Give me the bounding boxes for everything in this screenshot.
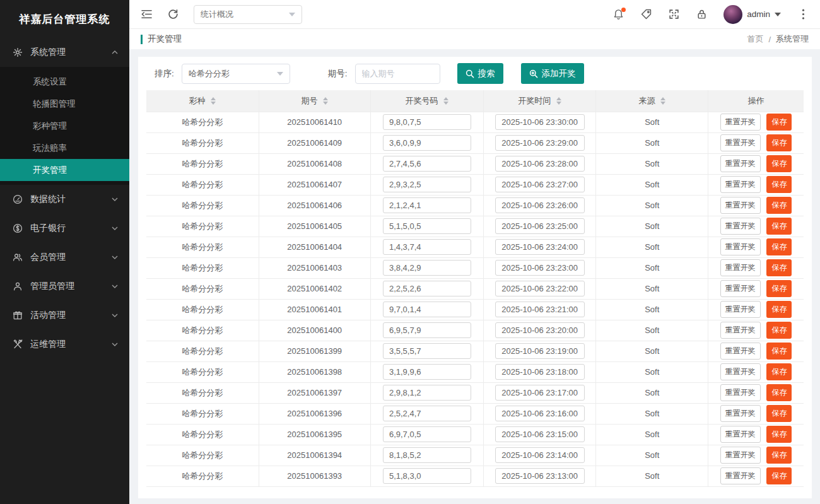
reset-draw-button[interactable]: 重置开奖 xyxy=(720,238,761,255)
period-input[interactable] xyxy=(355,64,440,84)
sort-select[interactable]: 哈希分分彩 xyxy=(182,64,290,84)
bell-icon[interactable] xyxy=(612,9,624,20)
draw-numbers-input[interactable] xyxy=(383,385,471,401)
draw-time-input[interactable] xyxy=(495,426,585,442)
draw-numbers-input[interactable] xyxy=(383,177,471,192)
sidebar-item-draw-management[interactable]: 开奖管理 xyxy=(0,159,129,181)
reset-draw-button[interactable]: 重置开奖 xyxy=(720,447,761,464)
draw-numbers-input[interactable] xyxy=(383,406,471,421)
breadcrumb-home[interactable]: 首页 xyxy=(747,33,763,45)
sidebar-group-activities[interactable]: 活动管理 xyxy=(0,301,129,330)
draw-numbers-input[interactable] xyxy=(383,260,471,276)
reset-draw-button[interactable]: 重置开奖 xyxy=(720,343,761,360)
draw-numbers-input[interactable] xyxy=(383,447,471,463)
draw-time-input[interactable] xyxy=(495,364,585,380)
save-button[interactable]: 保存 xyxy=(766,322,792,339)
reset-draw-button[interactable]: 重置开奖 xyxy=(720,426,761,443)
draw-time-input[interactable] xyxy=(495,406,585,421)
reset-draw-button[interactable]: 重置开奖 xyxy=(720,114,761,131)
save-button[interactable]: 保存 xyxy=(766,280,792,297)
draw-time-input[interactable] xyxy=(495,135,585,151)
save-button[interactable]: 保存 xyxy=(766,134,792,151)
search-button[interactable]: 搜索 xyxy=(457,63,503,84)
reset-draw-button[interactable]: 重置开奖 xyxy=(720,467,761,484)
more-vertical-icon[interactable] xyxy=(797,9,809,20)
save-button[interactable]: 保存 xyxy=(766,384,792,401)
save-button[interactable]: 保存 xyxy=(766,467,792,484)
sidebar-group-members[interactable]: 会员管理 xyxy=(0,243,129,272)
sidebar-group-ops[interactable]: 运维管理 xyxy=(0,330,129,359)
reset-draw-button[interactable]: 重置开奖 xyxy=(720,155,761,172)
draw-numbers-input[interactable] xyxy=(383,322,471,338)
fullscreen-icon[interactable] xyxy=(668,9,679,20)
save-button[interactable]: 保存 xyxy=(766,343,792,360)
reset-draw-button[interactable]: 重置开奖 xyxy=(720,134,761,151)
sidebar-item-lottery-types[interactable]: 彩种管理 xyxy=(0,115,129,137)
reset-draw-button[interactable]: 重置开奖 xyxy=(720,197,761,214)
draw-time-input[interactable] xyxy=(495,218,585,234)
reset-draw-button[interactable]: 重置开奖 xyxy=(720,176,761,193)
col-header-time[interactable]: 开奖时间 xyxy=(484,90,596,112)
draw-numbers-input[interactable] xyxy=(383,343,471,359)
lock-icon[interactable] xyxy=(696,9,707,20)
save-button[interactable]: 保存 xyxy=(766,218,792,235)
draw-time-input[interactable] xyxy=(495,156,585,172)
sidebar-group-admins[interactable]: 管理员管理 xyxy=(0,272,129,301)
reset-draw-button[interactable]: 重置开奖 xyxy=(720,301,761,318)
draw-time-input[interactable] xyxy=(495,239,585,255)
draw-numbers-input[interactable] xyxy=(383,426,471,442)
avatar[interactable] xyxy=(723,5,742,24)
save-button[interactable]: 保存 xyxy=(766,405,792,422)
nav-select[interactable]: 统计概况 xyxy=(194,5,302,24)
sidebar-item-carousel[interactable]: 轮播图管理 xyxy=(0,93,129,115)
draw-time-input[interactable] xyxy=(495,322,585,338)
col-header-lottery[interactable]: 彩种 xyxy=(146,90,259,112)
reset-draw-button[interactable]: 重置开奖 xyxy=(720,280,761,297)
user-menu[interactable]: admin xyxy=(723,5,781,24)
draw-numbers-input[interactable] xyxy=(383,156,471,172)
sidebar-group-ebank[interactable]: 电子银行 xyxy=(0,214,129,243)
draw-numbers-input[interactable] xyxy=(383,302,471,317)
draw-numbers-input[interactable] xyxy=(383,281,471,296)
draw-time-input[interactable] xyxy=(495,260,585,276)
save-button[interactable]: 保存 xyxy=(766,363,792,380)
reset-draw-button[interactable]: 重置开奖 xyxy=(720,322,761,339)
save-button[interactable]: 保存 xyxy=(766,259,792,276)
draw-time-input[interactable] xyxy=(495,447,585,463)
save-button[interactable]: 保存 xyxy=(766,114,792,131)
draw-time-input[interactable] xyxy=(495,197,585,213)
add-draw-button[interactable]: 添加开奖 xyxy=(521,63,584,84)
reset-draw-button[interactable]: 重置开奖 xyxy=(720,218,761,235)
draw-time-input[interactable] xyxy=(495,177,585,192)
save-button[interactable]: 保存 xyxy=(766,447,792,464)
draw-time-input[interactable] xyxy=(495,302,585,317)
draw-numbers-input[interactable] xyxy=(383,135,471,151)
reset-draw-button[interactable]: 重置开奖 xyxy=(720,405,761,422)
reset-draw-button[interactable]: 重置开奖 xyxy=(720,384,761,401)
reset-draw-button[interactable]: 重置开奖 xyxy=(720,363,761,380)
draw-time-input[interactable] xyxy=(495,114,585,130)
save-button[interactable]: 保存 xyxy=(766,426,792,443)
draw-numbers-input[interactable] xyxy=(383,218,471,234)
col-header-period[interactable]: 期号 xyxy=(259,90,370,112)
menu-fold-icon[interactable] xyxy=(141,9,152,20)
sidebar-item-system-settings[interactable]: 系统设置 xyxy=(0,71,129,93)
col-header-source[interactable]: 来源 xyxy=(596,90,708,112)
save-button[interactable]: 保存 xyxy=(766,197,792,214)
tag-icon[interactable] xyxy=(640,9,652,20)
save-button[interactable]: 保存 xyxy=(766,301,792,318)
save-button[interactable]: 保存 xyxy=(766,238,792,255)
draw-numbers-input[interactable] xyxy=(383,468,471,484)
draw-numbers-input[interactable] xyxy=(383,197,471,213)
draw-time-input[interactable] xyxy=(495,385,585,401)
draw-numbers-input[interactable] xyxy=(383,364,471,380)
draw-numbers-input[interactable] xyxy=(383,239,471,255)
draw-time-input[interactable] xyxy=(495,343,585,359)
draw-time-input[interactable] xyxy=(495,468,585,484)
refresh-icon[interactable] xyxy=(167,9,179,20)
sidebar-group-system[interactable]: 系统管理 xyxy=(0,38,129,67)
draw-time-input[interactable] xyxy=(495,281,585,296)
sidebar-group-statistics[interactable]: 数据统计 xyxy=(0,185,129,214)
draw-numbers-input[interactable] xyxy=(383,114,471,130)
save-button[interactable]: 保存 xyxy=(766,155,792,172)
